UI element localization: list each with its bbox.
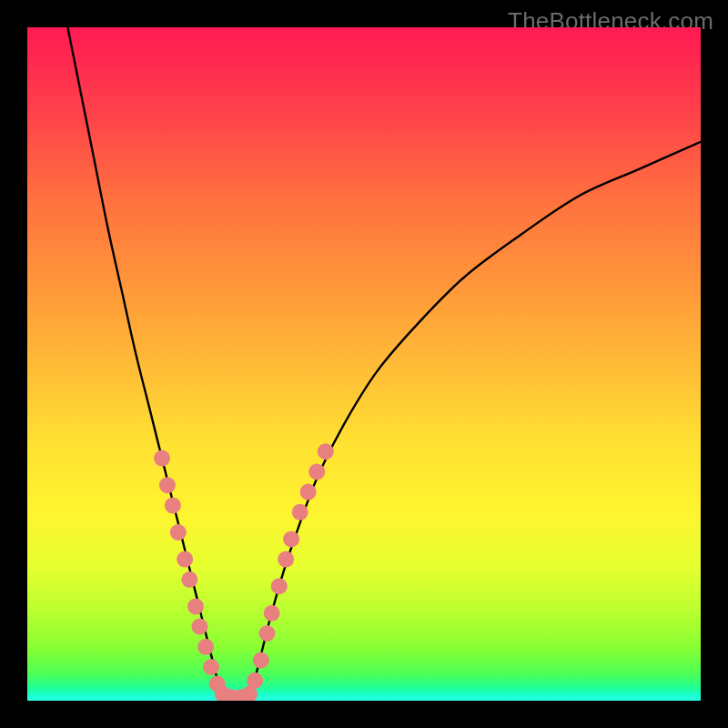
marker-dot xyxy=(159,477,176,493)
marker-dot xyxy=(318,443,334,460)
marker-dot xyxy=(165,497,181,513)
marker-dot xyxy=(177,551,193,568)
marker-dot xyxy=(181,571,197,588)
marker-dot xyxy=(187,598,204,614)
marker-dot xyxy=(264,605,280,622)
marker-dot xyxy=(271,578,288,594)
marker-group xyxy=(154,443,334,701)
marker-dot xyxy=(197,639,214,655)
marker-dot xyxy=(283,531,299,547)
marker-dot xyxy=(292,504,308,521)
marker-dot xyxy=(203,659,219,675)
marker-dot xyxy=(300,484,317,500)
marker-dot xyxy=(278,551,294,568)
marker-dot xyxy=(308,463,325,480)
curve-layer xyxy=(27,27,701,701)
marker-dot xyxy=(154,450,170,467)
marker-dot xyxy=(247,672,263,689)
marker-dot xyxy=(191,619,207,635)
marker-dot xyxy=(170,524,187,541)
marker-dot xyxy=(258,625,275,642)
marker-dot xyxy=(253,652,269,669)
right-curve xyxy=(249,142,701,701)
chart-frame: TheBottleneck.com xyxy=(0,0,728,728)
plot-area xyxy=(27,27,701,701)
